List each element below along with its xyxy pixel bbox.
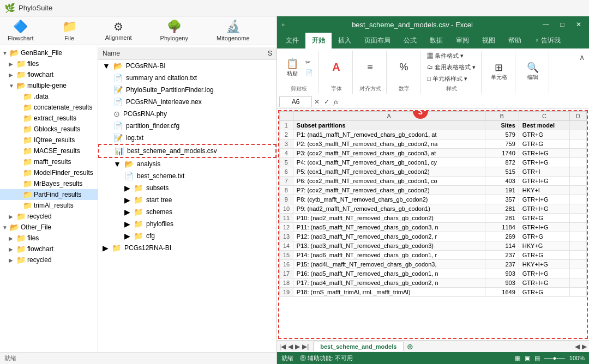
cell-c[interactable]: GTR+I+G <box>519 177 569 186</box>
tree-node-genbank[interactable]: ▼ 📂 GenBank_File <box>0 47 98 58</box>
cell-c[interactable]: HKY+I <box>519 186 569 195</box>
tab-review[interactable]: 审阅 <box>449 33 476 48</box>
cell-d[interactable] <box>569 158 586 167</box>
toolbar-flowchart[interactable]: 🔷 Flowchart <box>4 19 37 43</box>
cell-d[interactable] <box>569 121 586 130</box>
tree-node-other[interactable]: ▼ 📂 Other_File <box>0 222 98 233</box>
cells-button[interactable]: ⊞ 单元格 <box>488 60 510 82</box>
cell-b[interactable]: 1184 <box>485 223 519 232</box>
cell-c[interactable]: GTR+I+G <box>519 204 569 214</box>
cell-a[interactable]: P10: (nad2_mafft_NT_removed_chars_gb_cod… <box>293 214 485 223</box>
ribbon-collapse-button[interactable]: ∧ <box>579 53 585 62</box>
cut-button[interactable]: ✂ <box>303 58 315 67</box>
tree-node-concatenate[interactable]: 📁 concatenate_results <box>0 102 98 113</box>
tab-layout[interactable]: 页面布局 <box>358 33 397 48</box>
close-button[interactable]: ✕ <box>573 19 585 31</box>
file-item-cfg[interactable]: ▶ 📁 cfg <box>98 230 277 242</box>
number-button[interactable]: % <box>394 60 414 74</box>
view-normal-icon[interactable]: ▦ <box>515 355 520 362</box>
tree-node-mafft[interactable]: 📁 mafft_results <box>0 156 98 167</box>
cell-b[interactable]: 903 <box>485 278 519 288</box>
cell-c[interactable]: GTR+I+G <box>519 223 569 232</box>
cell-d[interactable] <box>569 204 586 214</box>
insert-function-icon[interactable]: 𝑓𝑥 <box>334 98 338 106</box>
col-header-d[interactable]: D <box>569 112 586 121</box>
tree-node-extract[interactable]: 📁 extract_results <box>0 113 98 124</box>
cell-b[interactable]: 237 <box>485 251 519 260</box>
tab-view[interactable]: 视图 <box>476 33 502 48</box>
file-item-analysis[interactable]: ▼ 📂 analysis <box>98 158 277 170</box>
tree-node-data[interactable]: 📁 .data <box>0 91 98 102</box>
cell-b[interactable]: 191 <box>485 186 519 195</box>
excel-grid[interactable]: A B C D 1 Subset partitions Sites Best m… <box>279 111 587 338</box>
tree-node-files2[interactable]: ▶ 📁 files <box>0 233 98 244</box>
toolbar-alignment[interactable]: ⚙ Alignment <box>102 19 135 42</box>
cell-a[interactable]: P1: (nad1_mafft_NT_removed_chars_gb_codo… <box>293 130 485 139</box>
cell-d[interactable] <box>569 214 586 223</box>
cell-b[interactable]: 281 <box>485 214 519 223</box>
cell-b[interactable]: 872 <box>485 158 519 167</box>
cell-b[interactable]: Sites <box>485 121 519 130</box>
tree-node-mrbayes[interactable]: 📁 MrBayes_results <box>0 178 98 189</box>
cell-c[interactable]: HKY+I+G <box>519 260 569 269</box>
cell-a[interactable]: P17: (nad4_mafft_NT_removed_chars_gb_cod… <box>293 278 485 288</box>
cell-a[interactable]: P2: (cox3_mafft_NT_removed_chars_gb_codo… <box>293 139 485 149</box>
tree-node-trimal[interactable]: 📁 trimAl_results <box>0 200 98 211</box>
cell-d[interactable] <box>569 177 586 186</box>
cell-d[interactable] <box>569 260 586 269</box>
cell-d[interactable] <box>569 167 586 177</box>
toolbar-mitogenome[interactable]: 🔬 Mitogenome <box>213 19 253 43</box>
file-item-pcgsrna-phy[interactable]: ⊙ PCGsRNA.phy <box>98 108 277 120</box>
toolbar-file[interactable]: 📁 File <box>59 19 80 43</box>
file-item-pcgsrna-nex[interactable]: 📄 PCGsRNA_interleave.nex <box>98 96 277 108</box>
view-layout-icon[interactable]: ▣ <box>525 355 530 362</box>
font-button[interactable]: A <box>327 60 346 75</box>
view-page-icon[interactable]: ▤ <box>534 355 540 362</box>
cell-a[interactable]: P14: (nad6_mafft_NT_removed_chars_gb_cod… <box>293 251 485 260</box>
file-item-subsets[interactable]: ▶ 📁 subsets <box>98 182 277 194</box>
file-item-pcgsrna-bi[interactable]: ▼ 📂 PCGsRNA-BI <box>98 60 277 72</box>
cell-a[interactable]: P6: (cox2_mafft_NT_removed_chars_gb_codo… <box>293 177 485 186</box>
tab-file[interactable]: 文件 <box>279 33 305 48</box>
cell-a[interactable]: P7: (cox2_mafft_NT_removed_chars_gb_codo… <box>293 186 485 195</box>
cell-b[interactable]: 515 <box>485 167 519 177</box>
tree-node-recycled2[interactable]: ▶ 📁 recycled <box>0 254 98 265</box>
cell-b[interactable]: 1740 <box>485 149 519 158</box>
zoom-slider[interactable]: ──●── <box>544 355 565 361</box>
align-button[interactable]: ≡ <box>360 60 380 74</box>
cell-a[interactable]: P12: (nad3_mafft_NT_removed_chars_gb_cod… <box>293 232 485 241</box>
cell-c[interactable]: GTR+G <box>519 130 569 139</box>
sheet-nav-last[interactable]: ▶| <box>302 343 309 350</box>
file-item-partition-cfg[interactable]: 📄 partition_finder.cfg <box>98 120 277 132</box>
cell-c[interactable]: GTR+I+G <box>519 269 569 278</box>
cell-ref-input[interactable] <box>279 96 312 107</box>
cell-d[interactable] <box>569 251 586 260</box>
cell-c[interactable]: GTR+G <box>519 214 569 223</box>
cell-b[interactable]: 269 <box>485 232 519 241</box>
cell-b[interactable]: 237 <box>485 260 519 269</box>
table-format-button[interactable]: 🗂 套用表格格式 ▾ <box>425 62 478 72</box>
tree-node-multiple-gene[interactable]: ▼ 📂 multiple-gene <box>0 80 98 91</box>
cell-b[interactable]: 579 <box>485 130 519 139</box>
tab-data[interactable]: 数据 <box>423 33 449 48</box>
cell-c[interactable]: GTR+G <box>519 139 569 149</box>
cell-a[interactable]: P11: (nad5_mafft_NT_removed_chars_gb_cod… <box>293 223 485 232</box>
col-header-b[interactable]: B <box>485 112 519 121</box>
file-item-log-txt[interactable]: 📝 log.txt <box>98 132 277 144</box>
cell-b[interactable]: 281 <box>485 204 519 214</box>
cell-d[interactable] <box>569 149 586 158</box>
cell-c[interactable]: GTR+I+G <box>519 158 569 167</box>
cell-d[interactable] <box>569 288 586 297</box>
sheet-nav-first[interactable]: |◀ <box>279 343 286 350</box>
add-sheet-button[interactable]: ⊕ <box>407 342 413 351</box>
cell-b[interactable]: 114 <box>485 241 519 251</box>
cell-c[interactable]: GTR+G <box>519 251 569 260</box>
tree-node-flowchart2[interactable]: ▶ 📁 flowchart <box>0 244 98 254</box>
file-item-best-csv[interactable]: 📊 best_scheme_and_models.csv <box>98 144 277 158</box>
cell-b[interactable]: 759 <box>485 139 519 149</box>
cell-d[interactable] <box>569 139 586 149</box>
cell-a[interactable]: P13: (nad3_mafft_NT_removed_chars_gb_cod… <box>293 241 485 251</box>
cell-c[interactable]: GTR+I+G <box>519 278 569 288</box>
tree-node-recycled1[interactable]: ▶ 📁 recycled <box>0 211 98 222</box>
col-header-c[interactable]: C <box>519 112 569 121</box>
